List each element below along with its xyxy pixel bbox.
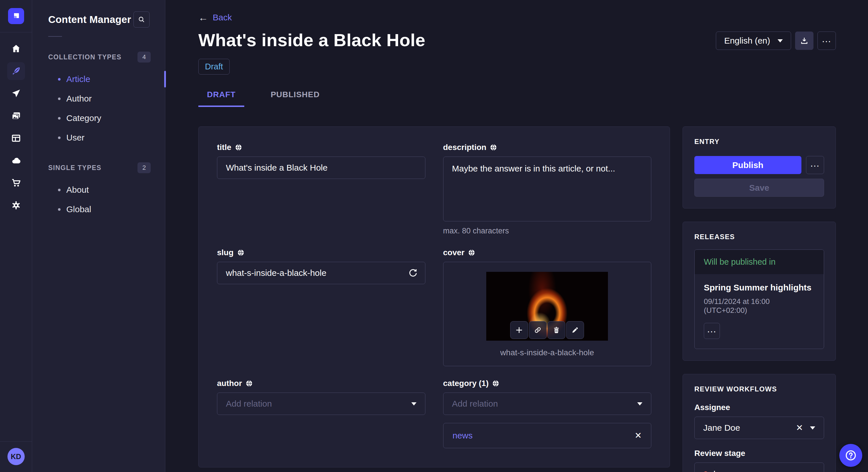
header-more-button[interactable]: …	[817, 32, 836, 50]
rail-menu	[7, 40, 25, 214]
chevron-down-icon	[637, 402, 642, 405]
sidebar-item-about[interactable]: About	[32, 180, 165, 200]
side-panels: ENTRY Publish … Save RELEASES Will be pu…	[683, 127, 836, 472]
strapi-logo-icon	[11, 11, 21, 21]
collection-types-label: COLLECTION TYPES	[48, 53, 121, 61]
export-button[interactable]	[795, 32, 813, 50]
sidebar-item-author[interactable]: Author	[32, 89, 165, 108]
single-types-label: SINGLE TYPES	[48, 164, 101, 172]
assignee-label: Assignee	[694, 403, 824, 412]
description-textarea[interactable]: Maybe the answer is in this article, or …	[443, 157, 652, 222]
sidebar-item-user[interactable]: User	[32, 128, 165, 147]
edit-asset-button[interactable]	[566, 321, 584, 339]
bullet-dot	[58, 78, 61, 80]
delete-asset-button[interactable]	[548, 321, 565, 339]
assignee-combobox[interactable]: Jane Doe ✕	[694, 417, 824, 439]
collection-types-count-badge: 4	[137, 52, 151, 63]
release-more-button[interactable]: …	[704, 323, 720, 339]
sidebar-item-label: Global	[66, 204, 91, 214]
copy-link-button[interactable]	[529, 321, 547, 339]
main-content: ← Back What's inside a Black Hole Englis…	[165, 0, 868, 472]
release-date: 09/11/2024 at 16:00 (UTC+02:00)	[704, 297, 815, 315]
remove-relation-icon[interactable]: ✕	[634, 431, 642, 440]
add-asset-button[interactable]	[510, 321, 528, 339]
category-relation-link[interactable]: news	[453, 431, 634, 440]
chevron-down-icon	[810, 427, 815, 430]
ellipsis-icon: …	[707, 329, 717, 333]
review-stage-value: In progress	[713, 469, 756, 472]
category-relation-combobox[interactable]: Add relation	[443, 393, 652, 415]
assignee-value: Jane Doe	[703, 423, 789, 433]
bullet-dot	[58, 189, 61, 191]
title-input[interactable]	[217, 157, 425, 179]
status-badge: Draft	[198, 59, 229, 74]
sidebar-item-article[interactable]: Article	[32, 69, 165, 89]
entry-panel-heading: ENTRY	[694, 138, 824, 146]
back-link[interactable]: ← Back	[198, 12, 232, 22]
description-hint: max. 80 characters	[443, 227, 652, 235]
cover-actions	[510, 321, 584, 339]
save-button[interactable]: Save	[694, 179, 824, 197]
content-manager-sidebar: Content Manager COLLECTION TYPES 4 Artic…	[32, 0, 165, 472]
download-icon	[800, 36, 809, 45]
cloud-icon[interactable]	[7, 152, 25, 169]
bullet-dot	[58, 136, 61, 139]
tab-published[interactable]: PUBLISHED	[262, 90, 329, 107]
regenerate-slug-icon[interactable]	[408, 268, 418, 278]
back-label: Back	[213, 12, 232, 22]
clear-assignee-icon[interactable]: ✕	[796, 424, 803, 432]
publish-button[interactable]: Publish	[694, 156, 801, 174]
main-nav-rail: KD	[0, 0, 32, 472]
author-relation-combobox[interactable]: Add relation	[217, 393, 425, 415]
cover-filename: what-s-inside-a-black-hole	[500, 348, 594, 357]
user-avatar[interactable]: KD	[7, 448, 25, 465]
sidebar-item-category[interactable]: Category	[32, 108, 165, 128]
globe-icon	[468, 249, 475, 256]
releases-panel: RELEASES Will be published in Spring Sum…	[683, 222, 836, 361]
ellipsis-icon: …	[810, 163, 820, 167]
strapi-logo[interactable]	[8, 8, 24, 24]
chevron-down-icon	[411, 402, 416, 405]
entry-form-card: title description Maybe the answer is in…	[198, 127, 670, 467]
content-type-builder-icon[interactable]	[7, 129, 25, 147]
search-button[interactable]	[133, 11, 150, 28]
globe-icon	[237, 249, 245, 256]
releases-panel-heading: RELEASES	[694, 233, 824, 241]
entry-more-button[interactable]: …	[806, 156, 824, 174]
releases-icon[interactable]	[7, 85, 25, 102]
chevron-down-icon	[778, 39, 783, 42]
tab-draft[interactable]: DRAFT	[198, 90, 244, 107]
globe-icon	[245, 380, 253, 387]
release-status: Will be published in	[694, 250, 824, 274]
title-field-label: title	[217, 143, 231, 152]
media-library-icon[interactable]	[7, 107, 25, 125]
field-category: category (1) Add relation news ✕	[443, 379, 652, 448]
review-workflows-heading: REVIEW WORKFLOWS	[694, 385, 824, 393]
header-controls: English (en) …	[716, 32, 836, 50]
form-column: title description Maybe the answer is in…	[198, 127, 670, 472]
cover-asset-card: what-s-inside-a-black-hole	[443, 262, 652, 366]
review-stage-combobox[interactable]: In progress	[694, 463, 824, 472]
sidebar-item-label: Author	[66, 94, 92, 103]
marketplace-icon[interactable]	[7, 174, 25, 192]
single-types-section: SINGLE TYPES 2 About Global	[32, 162, 165, 219]
home-icon[interactable]	[7, 40, 25, 58]
review-stage-label: Review stage	[694, 449, 824, 458]
slug-input[interactable]	[217, 262, 425, 284]
content-manager-icon[interactable]	[7, 62, 25, 80]
field-cover: cover	[443, 248, 652, 366]
relation-placeholder: Add relation	[452, 399, 638, 409]
review-workflows-panel: REVIEW WORKFLOWS Assignee Jane Doe ✕ Rev…	[683, 374, 836, 472]
help-button[interactable]	[839, 444, 862, 467]
cover-field-label: cover	[443, 248, 465, 257]
sidebar-item-global[interactable]: Global	[32, 200, 165, 219]
locale-select[interactable]: English (en)	[716, 32, 791, 50]
settings-gear-icon[interactable]	[7, 196, 25, 214]
field-slug: slug	[217, 248, 425, 366]
trash-icon	[553, 326, 561, 334]
sidebar-item-label: Article	[66, 74, 90, 84]
cover-image	[486, 272, 608, 341]
category-relation-item: news ✕	[443, 423, 652, 448]
entry-panel: ENTRY Publish … Save	[683, 127, 836, 208]
sidebar-item-label: About	[66, 185, 89, 195]
